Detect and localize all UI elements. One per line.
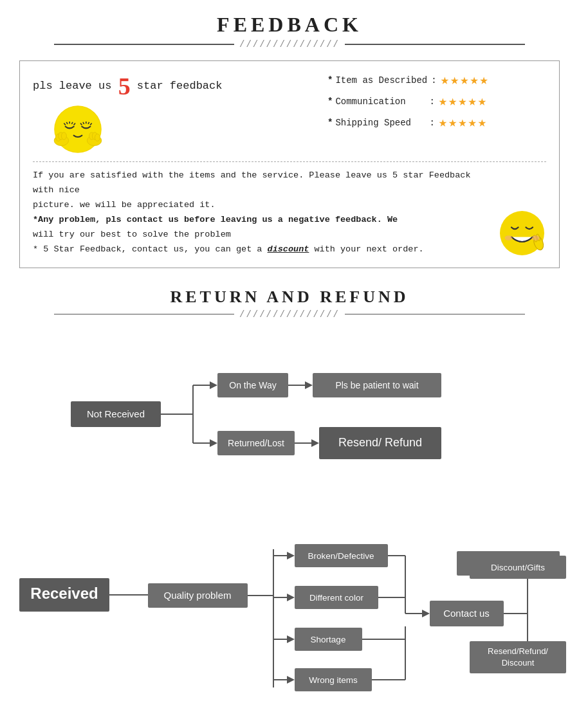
divider-slashes: /////////////// bbox=[239, 39, 340, 50]
divider-line-left bbox=[54, 44, 234, 45]
broken-label: Broken/Defective bbox=[308, 551, 374, 561]
refund-divider: /////////////// bbox=[0, 309, 579, 320]
svg-marker-42 bbox=[311, 439, 319, 447]
returned-lost-label: Returned/Lost bbox=[228, 438, 284, 448]
feedback-ratings: * Item as Described : ★★★★★ * Communicat… bbox=[327, 71, 546, 135]
stars-2: ★★★★★ bbox=[439, 93, 488, 110]
feedback-top-row: pls leave us 5 star feedback bbox=[33, 71, 546, 155]
not-received-label: Not Received bbox=[87, 408, 145, 419]
body-line5-pre: * 5 Star Feedback, contact us, you can g… bbox=[33, 244, 268, 254]
on-the-way-label: On the Way bbox=[229, 380, 276, 390]
colon-1: : bbox=[431, 75, 436, 86]
body-line1: If you are satisfied with the items and … bbox=[33, 170, 471, 195]
feedback-left-col: pls leave us 5 star feedback bbox=[33, 71, 222, 155]
refund-divider-line-left bbox=[54, 314, 234, 315]
feedback-body: If you are satisfied with the items and … bbox=[33, 161, 546, 257]
refund-header: RETURN AND REFUND /////////////// bbox=[0, 281, 579, 331]
feedback-title: FEEDBACK bbox=[0, 13, 579, 37]
rating-label-2: Communication bbox=[335, 96, 425, 107]
feedback-text-content: If you are satisfied with the items and … bbox=[33, 168, 485, 257]
body-line2: picture. we will be appreciated it. bbox=[33, 200, 216, 210]
resend-refund-discount-label: Resend/Refund/ bbox=[488, 646, 548, 656]
feedback-divider: /////////////// bbox=[0, 39, 579, 50]
body-discount: discount bbox=[268, 244, 309, 254]
smiley-wrapper-left bbox=[33, 104, 222, 155]
svg-point-27 bbox=[532, 235, 540, 241]
received-label: Received bbox=[30, 585, 98, 602]
feedback-intro: pls leave us 5 star feedback bbox=[33, 71, 222, 98]
contact-us-label: Contact us bbox=[443, 608, 490, 619]
body-line5-post: with your next order. bbox=[309, 244, 423, 254]
diff-color-label: Different color bbox=[309, 593, 363, 603]
svg-point-18 bbox=[61, 132, 66, 140]
svg-marker-35 bbox=[305, 381, 313, 389]
svg-marker-32 bbox=[210, 381, 217, 389]
svg-marker-59 bbox=[287, 676, 295, 684]
quality-problem-label: Quality problem bbox=[163, 590, 231, 601]
feedback-bottom-row: If you are satisfied with the items and … bbox=[33, 168, 546, 257]
shortage-label: Shortage bbox=[311, 635, 346, 644]
body-line3: *Any problem, pls contact us before leav… bbox=[33, 215, 398, 224]
asterisk-1: * bbox=[327, 75, 333, 86]
received-svg: Received Quality problem Broken/Defectiv… bbox=[19, 514, 560, 720]
star-row-communication: * Communication : ★★★★★ bbox=[327, 93, 546, 110]
svg-marker-69 bbox=[422, 610, 430, 617]
svg-marker-56 bbox=[287, 635, 295, 643]
intro-post: star feedback bbox=[137, 80, 223, 92]
divider-line-right bbox=[345, 44, 525, 45]
stars-3: ★★★★★ bbox=[439, 114, 488, 131]
feedback-box: pls leave us 5 star feedback bbox=[19, 60, 560, 268]
svg-marker-50 bbox=[287, 552, 295, 560]
rating-label-3: Shipping Speed bbox=[335, 118, 425, 128]
svg-text:Discount: Discount bbox=[502, 658, 535, 668]
svg-marker-39 bbox=[210, 439, 217, 447]
refund-divider-slashes: /////////////// bbox=[239, 309, 340, 320]
asterisk-3: * bbox=[327, 118, 333, 128]
refund-title: RETURN AND REFUND bbox=[0, 287, 579, 307]
svg-marker-53 bbox=[287, 594, 295, 601]
svg-point-26 bbox=[505, 235, 513, 241]
asterisk-2: * bbox=[327, 96, 333, 107]
star-row-item-described: * Item as Described : ★★★★★ bbox=[327, 71, 546, 89]
wrong-items-label: Wrong items bbox=[309, 675, 358, 685]
pls-patient-label: Pls be patient to wait bbox=[335, 380, 418, 390]
rating-label-1: Item as Described bbox=[335, 75, 427, 86]
received-flowchart: Received Quality problem Broken/Defectiv… bbox=[0, 507, 579, 728]
not-received-svg: Not Received On the Way Pls be patient t… bbox=[19, 350, 560, 478]
refund-divider-line-right bbox=[345, 314, 525, 315]
colon-3: : bbox=[429, 118, 434, 128]
star-row-shipping: * Shipping Speed : ★★★★★ bbox=[327, 114, 546, 131]
body-line4: will try our best to solve the problem bbox=[33, 230, 231, 239]
intro-pre: pls leave us bbox=[33, 80, 111, 92]
stars-1: ★★★★★ bbox=[441, 71, 490, 89]
feedback-header: FEEDBACK /////////////// bbox=[0, 0, 579, 60]
happy-smiley-icon bbox=[498, 209, 546, 257]
sleeping-smiley-icon bbox=[52, 104, 104, 155]
resend-refund-label: Resend/ Refund bbox=[338, 436, 422, 449]
not-received-flowchart: Not Received On the Way Pls be patient t… bbox=[0, 331, 579, 495]
big-five: 5 bbox=[118, 73, 131, 100]
discount-gifts-label: Discount/Gifts bbox=[491, 563, 545, 572]
svg-point-21 bbox=[95, 134, 100, 141]
colon-2: : bbox=[429, 96, 434, 107]
